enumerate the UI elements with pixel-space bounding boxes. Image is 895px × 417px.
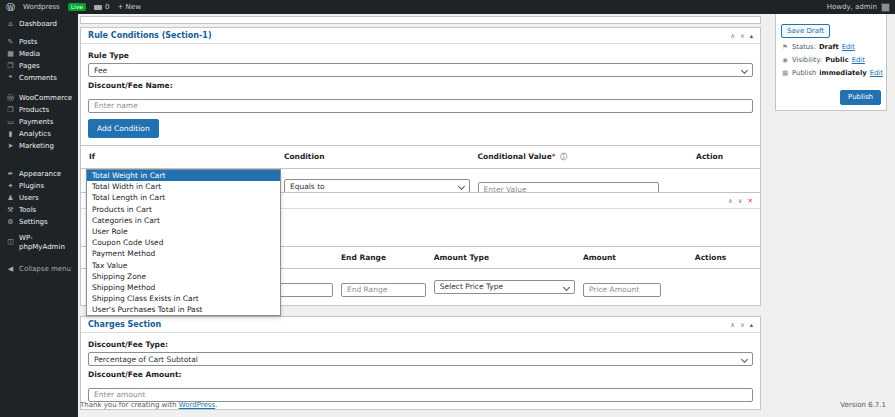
panel-controls: ∧ ∨ ✕: [728, 197, 753, 205]
visibility-icon: ◉: [781, 56, 789, 64]
sidebar-item-settings[interactable]: ⚙ Settings: [0, 216, 78, 228]
sidebar-item-payments[interactable]: ▭ Payments: [0, 116, 78, 128]
sidebar-label: WP-phpMyAdmin: [19, 234, 72, 252]
move-down-icon[interactable]: ∨: [740, 32, 745, 40]
discount-fee-name-label: Discount/Fee Name:: [88, 81, 753, 90]
schedule-row: ▦ Publish immediately Edit: [781, 69, 881, 77]
discount-fee-type-value: Percentage of Cart Subtotal: [94, 355, 198, 364]
help-icon[interactable]: ⓘ: [560, 153, 567, 161]
panel-title: Charges Section: [88, 320, 161, 329]
footer-thanks-text: Thank you for creating with: [80, 401, 179, 409]
sidebar-label: Media: [19, 50, 40, 59]
rule-conditions-header[interactable]: Rule Conditions (Section-1) ∧ ∨ ▴: [81, 28, 760, 44]
collapse-menu-button[interactable]: ◀ Collapse menu: [0, 263, 78, 275]
if-column-header: If: [89, 152, 284, 161]
users-icon: ♟: [6, 194, 15, 203]
site-name-link[interactable]: Wordpress: [23, 3, 60, 11]
payments-icon: ▭: [6, 118, 15, 127]
posts-icon: ✎: [6, 38, 15, 47]
dropdown-option[interactable]: Payment Method: [87, 248, 280, 259]
sidebar-item-pages[interactable]: ❐ Pages: [0, 60, 78, 72]
dropdown-option[interactable]: Shipping Zone: [87, 271, 280, 282]
move-down-icon[interactable]: ∨: [738, 197, 743, 205]
discount-fee-type-select[interactable]: Percentage of Cart Subtotal: [88, 352, 753, 366]
sidebar-item-woocommerce[interactable]: Ⓦ WooCommerce: [0, 92, 78, 104]
woocommerce-icon: Ⓦ: [6, 94, 15, 103]
toggle-panel-icon[interactable]: ▴: [750, 321, 753, 329]
dropdown-option[interactable]: Tax Value: [87, 260, 280, 271]
visibility-row: ◉ Visibility: Public Edit: [781, 56, 881, 64]
comments-shortcut[interactable]: 0: [94, 3, 109, 11]
sidebar-item-plugins[interactable]: ✦ Plugins: [0, 180, 78, 192]
move-up-icon[interactable]: ∧: [730, 321, 735, 329]
settings-icon: ⚙: [6, 218, 15, 227]
sidebar-item-dashboard[interactable]: ⌂ Dashboard: [0, 18, 78, 30]
sidebar-item-comments[interactable]: ❝ Comments: [0, 72, 78, 84]
sidebar-item-tools[interactable]: ⚒ Tools: [0, 204, 78, 216]
conditional-value-column-header: Conditional Value* ⓘ: [478, 152, 668, 162]
move-up-icon[interactable]: ∧: [728, 197, 733, 205]
remove-section-icon[interactable]: ✕: [748, 197, 753, 205]
edit-visibility-link[interactable]: Edit: [852, 56, 865, 64]
save-draft-button[interactable]: Save Draft: [781, 24, 830, 38]
rule-type-select[interactable]: Fee: [88, 63, 753, 77]
end-range-input[interactable]: [341, 283, 426, 297]
amount-input[interactable]: [583, 283, 661, 297]
sidebar-item-media[interactable]: ▦ Media: [0, 48, 78, 60]
howdy-admin-link[interactable]: Howdy, admin: [827, 3, 877, 11]
wordpress-footer-link[interactable]: WordPress: [179, 401, 215, 409]
toggle-panel-icon[interactable]: ▴: [750, 32, 753, 40]
dropdown-option[interactable]: Total Width in Cart: [87, 181, 280, 192]
charges-panel: Charges Section ∧ ∨ ▴ Discount/Fee Type:…: [80, 316, 761, 410]
condition-column-header: Condition: [284, 152, 478, 161]
sidebar-item-wp-phpmyadmin[interactable]: ◫ WP-phpMyAdmin: [0, 232, 78, 253]
rule-type-label: Rule Type: [88, 51, 753, 60]
comments-icon: ❝: [6, 74, 15, 83]
dropdown-option[interactable]: Shipping Method: [87, 282, 280, 293]
actions-column-header: Actions: [669, 253, 752, 262]
wordpress-logo-icon[interactable]: Ⓦ: [6, 1, 15, 14]
discount-fee-type-label: Discount/Fee Type:: [88, 340, 753, 349]
status-icon: ⚑: [781, 43, 789, 51]
dropdown-option[interactable]: Total Length in Cart: [87, 192, 280, 203]
dropdown-option[interactable]: User Role: [87, 226, 280, 237]
sidebar-item-products[interactable]: ❒ Products: [0, 104, 78, 116]
avatar[interactable]: [881, 3, 890, 12]
amount-type-select[interactable]: Select Price Type: [434, 280, 575, 294]
dropdown-option[interactable]: Categories in Cart: [87, 215, 280, 226]
appearance-icon: ✒: [6, 170, 15, 179]
sidebar-item-analytics[interactable]: ▮ Analytics: [0, 128, 78, 140]
dropdown-option[interactable]: User's Purchases Total in Past: [87, 304, 280, 315]
discount-fee-name-input[interactable]: [88, 99, 753, 113]
sidebar-label: WooCommerce: [19, 94, 72, 103]
status-row: ⚑ Status: Draft Edit: [781, 43, 881, 51]
sidebar-item-users[interactable]: ♟ Users: [0, 192, 78, 204]
discount-fee-amount-label: Discount/Fee Amount:: [88, 370, 753, 379]
panel-title: Rule Conditions (Section-1): [88, 31, 212, 40]
sidebar-item-posts[interactable]: ✎ Posts: [0, 36, 78, 48]
dropdown-option[interactable]: Products in Cart: [87, 204, 280, 215]
footer-thanks-suffix: .: [215, 401, 217, 409]
publish-button[interactable]: Publish: [840, 90, 881, 105]
move-up-icon[interactable]: ∧: [730, 32, 735, 40]
add-condition-button[interactable]: Add Condition: [88, 119, 159, 138]
amount-type-value: Select Price Type: [440, 282, 503, 291]
comment-bubble-icon: [94, 5, 102, 10]
live-badge: Live: [68, 3, 86, 11]
edit-status-link[interactable]: Edit: [842, 43, 855, 51]
collapse-arrow-icon: ◀: [6, 265, 15, 274]
move-down-icon[interactable]: ∨: [740, 321, 745, 329]
dropdown-option[interactable]: Total Weight in Cart: [87, 170, 280, 181]
sidebar-item-marketing[interactable]: ➤ Marketing: [0, 140, 78, 152]
media-icon: ▦: [6, 50, 15, 59]
pages-icon: ❐: [6, 62, 15, 71]
dropdown-option[interactable]: Coupon Code Used: [87, 237, 280, 248]
sidebar-label: Products: [19, 106, 49, 115]
charges-header[interactable]: Charges Section ∧ ∨ ▴: [81, 317, 760, 333]
discount-fee-amount-input[interactable]: [88, 388, 753, 402]
action-column-header: Action: [667, 152, 752, 161]
edit-schedule-link[interactable]: Edit: [870, 69, 883, 77]
dropdown-option[interactable]: Shipping Class Exists in Cart: [87, 293, 280, 304]
sidebar-item-appearance[interactable]: ✒ Appearance: [0, 168, 78, 180]
new-content-button[interactable]: + New: [118, 3, 141, 11]
